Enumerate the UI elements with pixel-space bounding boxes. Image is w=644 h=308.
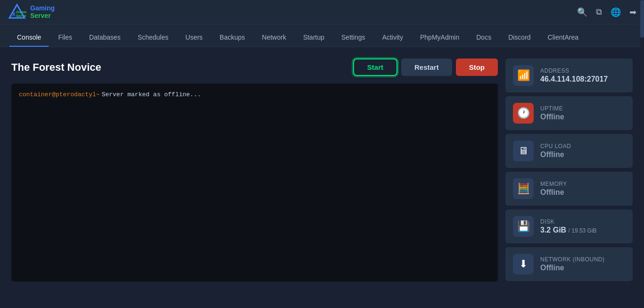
topbar: X Gaming Server Gaming Server 🔍 ⧉ 🌐 ➡ [0, 0, 644, 25]
nav-item-activity[interactable]: Activity [375, 29, 411, 47]
disk-info: Disk 3.2 GiB / 19.53 GiB [540, 218, 597, 234]
nav-item-network[interactable]: Network [255, 29, 294, 47]
disk-label: Disk [540, 218, 597, 225]
network-icon-wrap: ⬇ [513, 254, 534, 275]
svg-text:Server: Server [16, 14, 26, 18]
stat-card-uptime: 🕐 Uptime Offline [505, 96, 633, 130]
nav-item-phpmyadmin[interactable]: PhpMyAdmin [413, 29, 467, 47]
memory-value: Offline [540, 188, 567, 197]
scrollbar-track[interactable] [640, 0, 644, 308]
disk-value: 3.2 GiB / 19.53 GiB [540, 226, 597, 234]
cpu-label: CPU Load [540, 143, 571, 150]
console-line: container@pterodactyl~ Server marked as … [19, 91, 490, 98]
address-value: 46.4.114.108:27017 [540, 75, 608, 83]
left-panel: The Forest Novice Start Restart Stop con… [11, 58, 498, 282]
start-button[interactable]: Start [353, 58, 397, 76]
address-icon-wrap: 📶 [513, 65, 534, 86]
restart-button[interactable]: Restart [401, 58, 452, 76]
wifi-icon: 📶 [517, 69, 530, 82]
download-icon: ⬇ [519, 258, 528, 270]
disk-used: 3.2 GiB [540, 226, 569, 234]
uptime-icon-wrap: 🕐 [513, 103, 534, 124]
search-icon[interactable]: 🔍 [577, 7, 587, 17]
disk-icon-wrap: 💾 [513, 216, 534, 237]
nav-item-startup[interactable]: Startup [296, 29, 332, 47]
logo: X Gaming Server Gaming Server [8, 3, 55, 22]
nav-item-clientarea[interactable]: ClientArea [540, 29, 586, 47]
network-value: Offline [540, 264, 605, 272]
globe-icon[interactable]: 🌐 [611, 7, 621, 17]
chip-icon: 🖥 [518, 145, 528, 157]
memory-label: Memory [540, 181, 567, 187]
console-message: Server marked as offline... [102, 91, 201, 98]
nav-item-files[interactable]: Files [50, 29, 80, 47]
ram-icon: 🧮 [517, 183, 530, 195]
nav-item-users[interactable]: Users [178, 29, 210, 47]
layers-icon[interactable]: ⧉ [596, 7, 602, 17]
main-content: The Forest Novice Start Restart Stop con… [0, 47, 644, 282]
cpu-value: Offline [540, 150, 571, 159]
logo-icon: X Gaming Server [8, 3, 26, 22]
clock-icon: 🕐 [517, 107, 530, 119]
navigation: Console Files Databases Schedules Users … [0, 25, 644, 47]
server-title-row: The Forest Novice Start Restart Stop [11, 58, 498, 76]
nav-item-databases[interactable]: Databases [82, 29, 128, 47]
nav-item-console[interactable]: Console [9, 29, 49, 47]
svg-text:X: X [12, 12, 16, 17]
network-info: Network (Inbound) Offline [540, 256, 605, 272]
cpu-info: CPU Load Offline [540, 143, 571, 159]
console-prompt: container@pterodactyl~ [19, 91, 100, 98]
uptime-value: Offline [540, 113, 564, 121]
stat-card-address: 📶 Address 46.4.114.108:27017 [505, 58, 633, 92]
network-label: Network (Inbound) [540, 256, 605, 263]
memory-info: Memory Offline [540, 181, 567, 197]
logo-gaming: Gaming [30, 5, 55, 12]
stat-card-memory: 🧮 Memory Offline [505, 172, 633, 206]
nav-item-backups[interactable]: Backups [212, 29, 253, 47]
disk-icon: 💾 [517, 220, 530, 233]
cpu-icon-wrap: 🖥 [513, 141, 534, 161]
address-info: Address 46.4.114.108:27017 [540, 67, 608, 83]
arrow-right-icon[interactable]: ➡ [629, 7, 636, 17]
stat-card-disk: 💾 Disk 3.2 GiB / 19.53 GiB [505, 209, 633, 243]
console-output: container@pterodactyl~ Server marked as … [11, 83, 498, 282]
disk-total: / 19.53 GiB [569, 227, 597, 234]
uptime-info: Uptime Offline [540, 105, 564, 121]
stat-card-cpu: 🖥 CPU Load Offline [505, 134, 633, 168]
stats-panel: 📶 Address 46.4.114.108:27017 🕐 Uptime Of… [505, 58, 633, 282]
uptime-label: Uptime [540, 105, 564, 112]
nav-item-docs[interactable]: Docs [469, 29, 499, 47]
topbar-icons: 🔍 ⧉ 🌐 ➡ [577, 7, 636, 17]
address-label: Address [540, 67, 608, 74]
nav-item-discord[interactable]: Discord [501, 29, 538, 47]
server-title: The Forest Novice [11, 61, 101, 74]
memory-icon-wrap: 🧮 [513, 178, 534, 199]
logo-server: Server [30, 12, 55, 19]
action-buttons: Start Restart Stop [353, 58, 498, 76]
nav-item-settings[interactable]: Settings [334, 29, 373, 47]
scrollbar-thumb[interactable] [640, 0, 644, 38]
stop-button[interactable]: Stop [456, 58, 498, 76]
nav-item-schedules[interactable]: Schedules [130, 29, 176, 47]
stat-card-network: ⬇ Network (Inbound) Offline [505, 247, 633, 281]
